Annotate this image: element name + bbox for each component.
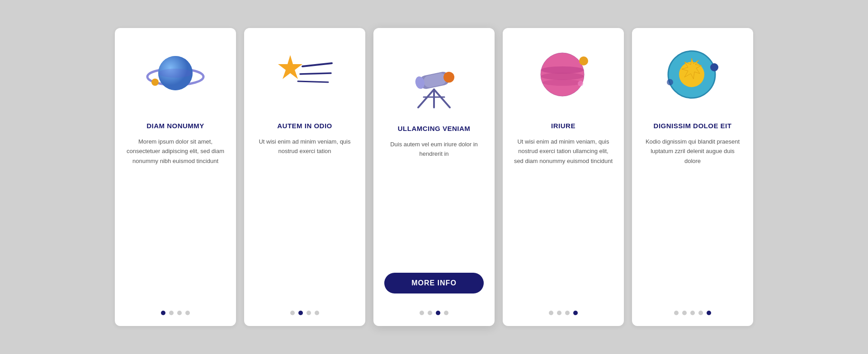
shooting-star-icon [271,42,339,109]
cards-container: DIAM NONUMMY Morem ipsum dolor sit amet,… [88,10,780,344]
card-1-text: Morem ipsum dolor sit amet, consectetuer… [126,137,225,302]
svg-point-20 [542,79,582,86]
card-4: IRIURE Ut wisi enim ad minim veniam, qui… [503,28,624,326]
dot [428,311,432,315]
card-5-dots [674,311,711,315]
card-3-text: Duis autem vel eum iriure dolor in hendr… [384,140,484,263]
svg-point-4 [151,79,159,86]
dot [674,311,679,315]
dot [690,311,695,315]
card-2-text: Ut wisi enim ad minim veniam, quis nostr… [255,137,354,302]
svg-point-23 [578,81,583,86]
svg-line-7 [298,81,328,82]
striped-planet-icon [529,42,597,109]
card-1-dots [161,311,190,315]
dot [557,311,561,315]
svg-marker-8 [278,55,302,79]
dot [549,311,553,315]
card-5: DIGNISSIM DOLOE EIT Kodio dignissim qui … [632,28,753,326]
card-3: ULLAMCING VENIAM Duis autem vel eum iriu… [373,28,495,326]
dot [573,311,578,315]
dot [315,311,319,315]
card-3-title: ULLAMCING VENIAM [398,125,471,132]
svg-line-9 [418,89,434,107]
dot [420,311,424,315]
dot [444,311,448,315]
card-1: DIAM NONUMMY Morem ipsum dolor sit amet,… [115,28,236,326]
svg-point-19 [541,73,584,80]
more-info-button[interactable]: MORE INFO [384,273,484,293]
svg-point-27 [710,63,718,71]
dot [185,311,190,315]
svg-line-5 [302,63,332,66]
dot [682,311,687,315]
svg-point-18 [541,66,584,74]
svg-point-15 [443,72,454,83]
solar-system-icon [659,42,726,109]
telescope-icon [400,44,468,112]
card-2-title: AUTEM IN ODIO [277,122,332,130]
svg-line-11 [434,89,450,107]
card-5-title: DIGNISSIM DOLOE EIT [654,122,732,130]
svg-point-3 [158,69,193,78]
svg-line-6 [300,73,331,74]
card-2: AUTEM IN ODIO Ut wisi enim ad minim veni… [244,28,365,326]
card-5-text: Kodio dignissim qui blandit praesent lup… [643,137,742,302]
dot [290,311,295,315]
dot [565,311,570,315]
dot [698,311,703,315]
card-4-text: Ut wisi enim ad minim veniam, quis nostr… [514,137,613,302]
card-4-title: IRIURE [551,122,576,130]
card-2-dots [290,311,319,315]
dot [298,311,303,315]
svg-point-22 [579,56,588,65]
dot [307,311,311,315]
card-4-dots [549,311,578,315]
card-3-dots [420,311,448,315]
card-1-title: DIAM NONUMMY [146,122,204,130]
dot [169,311,174,315]
dot [707,311,711,315]
planet-saturn-icon [142,42,209,109]
svg-rect-14 [423,72,447,88]
dot [177,311,182,315]
svg-point-28 [667,79,673,85]
dot [161,311,165,315]
dot [436,311,440,315]
